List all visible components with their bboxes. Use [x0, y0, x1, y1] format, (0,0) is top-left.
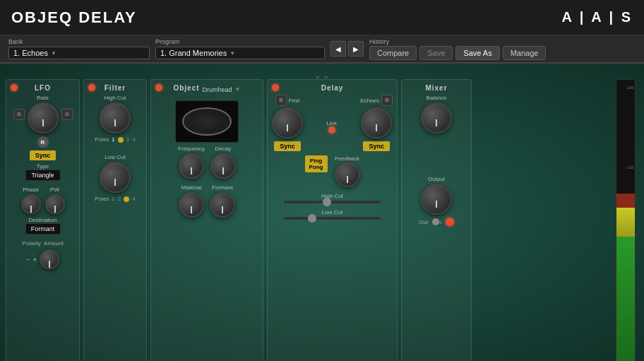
delay-lowcut-slider: Low Cut	[272, 209, 393, 220]
delay-top-row: ⊞ First Sync Link Echoes ⊞	[272, 95, 393, 151]
program-label: Program	[155, 38, 325, 45]
filter-poles2-4[interactable]: 4	[132, 196, 135, 202]
filter-poles2-1[interactable]: 1	[112, 196, 114, 202]
object-power-led[interactable]	[155, 84, 162, 91]
delay-link-dot[interactable]	[328, 126, 335, 134]
delay-highcut-track[interactable]	[284, 201, 381, 203]
delay-lowcut-track[interactable]	[284, 217, 381, 220]
delay-feedback-label: Feedback	[335, 155, 359, 162]
dropdown-arrow-icon: ▼	[235, 86, 241, 93]
filter-highcut-container: High Cut	[100, 95, 131, 134]
prev-button[interactable]: ◀	[330, 41, 346, 57]
delay-sync2-button[interactable]: Sync	[363, 141, 390, 151]
ping-pong-button[interactable]: PingPong	[305, 155, 328, 172]
vu-green-bar	[616, 237, 635, 361]
compare-button[interactable]: Compare	[369, 46, 417, 60]
delay-filters-section: High Cut Low Cut	[272, 193, 393, 220]
delay-first-label: First	[289, 97, 300, 104]
delay-pingpong-section: PingPong	[305, 155, 328, 172]
object-module: Object Drumhead ▼ Frequency Decay	[150, 79, 263, 361]
object-formant-knob[interactable]	[210, 192, 235, 218]
lfo-phase-knob-container: Phase	[21, 187, 41, 214]
lfo-rate-knob-container: Rate	[28, 95, 59, 134]
mixer-balance-knob[interactable]	[421, 102, 452, 134]
vu-scale-20-plus: +20	[626, 85, 633, 90]
lfo-power-led[interactable]	[11, 84, 18, 91]
lfo-r-badge: R	[37, 136, 49, 148]
lfo-rate-knob[interactable]	[28, 102, 59, 134]
object-display	[175, 100, 239, 143]
filter-power-led[interactable]	[88, 84, 95, 91]
program-select[interactable]: 1. Grand Memories ▼	[155, 47, 325, 59]
mixer-out-in-row: Out In	[419, 218, 454, 226]
history-group: History Compare Save Save As Manage	[369, 38, 546, 60]
polarity-plus-button[interactable]: +	[33, 256, 37, 264]
delay-highcut-thumb[interactable]	[323, 198, 331, 206]
filter-highcut-knob[interactable]	[100, 102, 131, 134]
history-label: History	[369, 38, 546, 45]
delay-module: Delay ⊞ First Sync Link	[267, 79, 398, 361]
lfo-phase-pw-row: Phase PW	[21, 187, 65, 214]
object-freq-container: Frequency	[178, 146, 205, 179]
object-freq-label: Frequency	[178, 146, 205, 152]
delay-echoes-label: Echoes	[360, 97, 379, 104]
delay-feedback-knob[interactable]	[335, 162, 360, 187]
polarity-minus-button[interactable]: −	[26, 256, 30, 264]
filter-poles2-2[interactable]: 2	[118, 196, 121, 202]
filter-poles2-label: Poles	[95, 196, 109, 202]
header: OBJEQ DELAY A | A | S	[0, 0, 644, 35]
delay-first-section: ⊞ First Sync	[272, 95, 303, 151]
delay-feedback-section: Feedback	[335, 155, 360, 187]
bank-select[interactable]: 1. Echoes ▼	[8, 47, 150, 59]
lfo-polarity-controls: − +	[26, 249, 60, 269]
drumhead-visual	[182, 107, 232, 136]
lfo-top-row: ⊞ Rate ⊟	[13, 95, 73, 134]
filter-poles1-slider[interactable]	[118, 137, 124, 143]
delay-first-knob[interactable]	[272, 107, 303, 138]
lfo-wave-icon[interactable]: ⊟	[61, 109, 73, 120]
mixer-output-label: Output	[428, 176, 445, 182]
save-as-button[interactable]: Save As	[455, 46, 499, 60]
delay-first-grid-icon[interactable]: ⊞	[275, 95, 287, 106]
lfo-type-display[interactable]: Triangle	[25, 170, 61, 181]
mixer-output-area: Output	[406, 176, 467, 215]
object-material-knob[interactable]	[179, 192, 204, 218]
mixer-balance-area: Balance	[406, 95, 467, 134]
delay-lowcut-thumb[interactable]	[308, 214, 316, 223]
save-button[interactable]: Save	[419, 46, 453, 60]
delay-echoes-grid-icon[interactable]: ⊞	[381, 95, 393, 106]
object-freq-knob[interactable]	[179, 153, 204, 179]
program-arrow-icon: ▼	[229, 50, 235, 57]
delay-sync1-button[interactable]: Sync	[274, 141, 301, 151]
mixer-module: Mixer Balance Output Out	[401, 79, 472, 361]
lfo-sync-button[interactable]: Sync	[30, 150, 56, 160]
mixer-output-container: Output	[421, 176, 452, 215]
program-group: Program 1. Grand Memories ▼	[155, 38, 325, 59]
delay-echoes-section: Echoes ⊞ Sync	[360, 95, 393, 151]
object-formant-label: Formant	[212, 184, 233, 191]
vu-scale-10-plus: +10	[626, 165, 633, 170]
next-button[interactable]: ▶	[348, 41, 364, 57]
app-logo: OBJEQ DELAY	[11, 8, 562, 27]
filter-poles2-slider[interactable]	[124, 196, 129, 202]
delay-echoes-knob[interactable]	[361, 107, 392, 138]
manage-button[interactable]: Manage	[503, 46, 547, 60]
delay-link-label: Link	[326, 120, 337, 126]
filter-poles1-1[interactable]: 1	[112, 136, 114, 143]
filter-lowcut-knob[interactable]	[100, 162, 131, 193]
object-type-dropdown[interactable]: Drumhead ▼	[203, 86, 241, 93]
lfo-polarity-label: Polarity	[22, 240, 41, 247]
filter-poles1-4[interactable]: 4	[132, 136, 135, 143]
mixer-out-label: Out	[419, 219, 428, 225]
bank-label: Bank	[8, 38, 150, 45]
mixer-output-knob[interactable]	[421, 184, 452, 215]
lfo-phase-knob[interactable]	[21, 194, 41, 214]
filter-poles1-2[interactable]: 2	[126, 136, 129, 143]
object-decay-knob[interactable]	[210, 153, 236, 179]
lfo-destination-display[interactable]: Formant	[25, 223, 61, 235]
lfo-amount-knob[interactable]	[40, 249, 59, 269]
bank-arrow-icon: ▼	[51, 50, 56, 57]
lfo-pw-knob[interactable]	[45, 194, 65, 214]
delay-power-led[interactable]	[272, 84, 279, 91]
lfo-grid-icon[interactable]: ⊞	[13, 109, 25, 120]
